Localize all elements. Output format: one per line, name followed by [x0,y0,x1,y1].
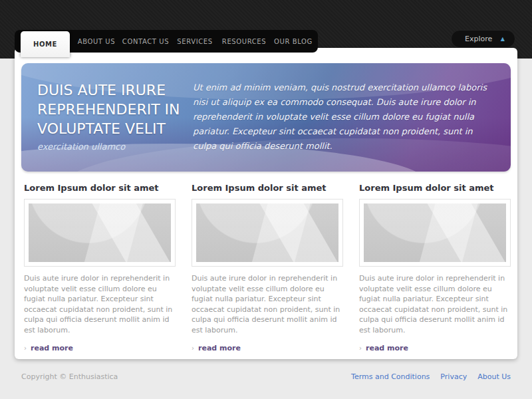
hero-title: DUIS AUTE IRURE REPREHENDERIT IN VOLUPTA… [37,80,187,138]
chevron-right-icon: › [24,344,27,352]
explore-dropdown-button[interactable]: Explore ▲ [451,30,515,48]
placeholder-image-frame [192,199,343,267]
footer-link-about[interactable]: About Us [477,372,511,381]
copyright-text: Copyright © Enthusiastica [21,372,118,381]
read-more-row: › read more [192,344,343,352]
column-heading: Lorem Ipsum dolor sit amet [24,183,176,193]
placeholder-image [364,203,506,262]
nav-item-our-blog[interactable]: OUR BLOG [269,30,318,53]
hero-banner: DUIS AUTE IRURE REPREHENDERIT IN VOLUPTA… [21,63,511,172]
footer-link-privacy[interactable]: Privacy [440,372,467,381]
read-more-link[interactable]: read more [366,344,408,352]
feature-column-3: Lorem Ipsum dolor sit amet Duis aute iru… [359,183,511,352]
footer-links: Terms and Conditions Privacy About Us [351,372,511,381]
placeholder-image-frame [24,199,176,267]
column-body-text: Duis aute irure dolor in reprehenderit i… [359,273,511,335]
placeholder-image-frame [359,199,511,267]
read-more-link[interactable]: read more [31,344,73,352]
column-heading: Lorem Ipsum dolor sit amet [192,183,343,193]
hero-subtitle: exercitation ullamco [37,142,125,152]
read-more-link[interactable]: read more [198,344,241,352]
nav-item-services[interactable]: SERVICES [170,30,219,53]
placeholder-image [29,203,171,262]
feature-column-2: Lorem Ipsum dolor sit amet Duis aute iru… [192,183,343,352]
caret-up-icon: ▲ [501,36,505,42]
page: HOME ABOUT US CONTACT US SERVICES RESOUR… [0,0,532,399]
column-body-text: Duis aute irure dolor in reprehenderit i… [192,273,343,335]
feature-columns: Lorem Ipsum dolor sit amet Duis aute iru… [24,183,511,352]
footer-link-terms[interactable]: Terms and Conditions [351,372,430,381]
chevron-right-icon: › [359,344,362,352]
read-more-row: › read more [24,344,176,352]
column-body-text: Duis aute irure dolor in reprehenderit i… [24,273,176,335]
column-heading: Lorem Ipsum dolor sit amet [359,183,511,193]
read-more-row: › read more [359,344,511,352]
placeholder-image [196,203,338,262]
chevron-right-icon: › [192,344,194,352]
nav-item-resources[interactable]: RESOURCES [219,30,269,53]
nav-item-contact-us[interactable]: CONTACT US [121,30,170,53]
hero-paragraph: Ut enim ad minim veniam, quis nostrud ex… [193,80,495,154]
explore-label: Explore [465,35,492,43]
content-card: DUIS AUTE IRURE REPREHENDERIT IN VOLUPTA… [15,48,517,359]
feature-column-1: Lorem Ipsum dolor sit amet Duis aute iru… [24,183,176,352]
nav-item-about-us[interactable]: ABOUT US [72,30,121,53]
nav-item-home[interactable]: HOME [21,31,70,57]
main-navbar: HOME ABOUT US CONTACT US SERVICES RESOUR… [15,30,318,53]
